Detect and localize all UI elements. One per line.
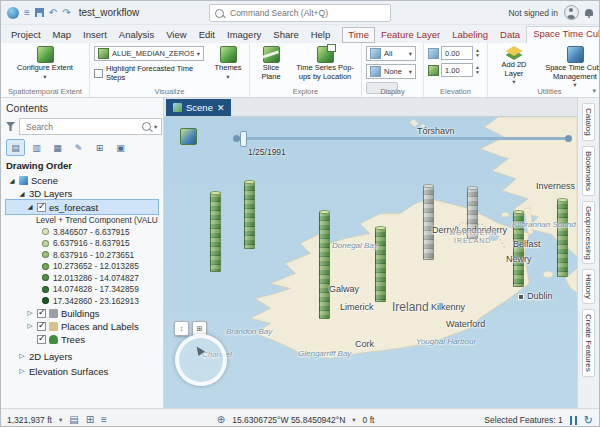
contents-search-input[interactable]: [24, 121, 139, 133]
configure-extent-button[interactable]: Configure Extent ▾: [15, 46, 75, 80]
tree-item-places-and-labels[interactable]: ▷ Places and Labels: [6, 320, 158, 333]
legend-item[interactable]: 10.273652 - 12.013285: [6, 261, 158, 273]
spacetime-column[interactable]: [375, 227, 386, 302]
legend-item[interactable]: 8.637916 - 10.273651: [6, 249, 158, 261]
tab-edit[interactable]: Edit: [193, 27, 221, 43]
tree-item-3d-layers[interactable]: ◢ 3D Layers: [6, 187, 158, 200]
stepper-icon[interactable]: ▲▼: [475, 48, 480, 58]
list-by-source-icon[interactable]: ▥: [27, 139, 46, 156]
panel-tab-catalog[interactable]: Catalog: [582, 103, 595, 141]
tab-view[interactable]: View: [160, 27, 192, 43]
time-slider-track[interactable]: [236, 137, 569, 140]
scene-view[interactable]: TórshavnInvernessDerry/LondonderryKilbra…: [164, 117, 577, 408]
tab-space-time-cube[interactable]: Space Time Cube: [526, 26, 600, 43]
expander-icon[interactable]: ◢: [18, 190, 26, 198]
tab-time[interactable]: Time: [342, 27, 375, 43]
expander-icon[interactable]: ▷: [26, 309, 34, 317]
map-scale-value[interactable]: 1,321,937 ft: [7, 415, 52, 425]
spacetime-column[interactable]: [557, 199, 568, 277]
tree-item-2d-layers[interactable]: ▷ 2D Layers: [6, 350, 158, 363]
slice-plane-button[interactable]: Slice Plane: [254, 46, 288, 81]
undo-icon[interactable]: ↶: [49, 8, 57, 18]
expander-icon[interactable]: ▷: [26, 322, 34, 330]
expander-icon[interactable]: ◢: [26, 203, 34, 211]
tree-item-buildings[interactable]: ▷ Buildings: [6, 307, 158, 320]
close-icon[interactable]: ✕: [217, 103, 225, 113]
legend-item[interactable]: 3.846507 - 6.637915: [6, 226, 158, 238]
list-by-selection-icon[interactable]: ▦: [48, 139, 67, 156]
panel-tab-geoprocessing[interactable]: Geoprocessing: [582, 201, 595, 265]
layers-status-icon[interactable]: ▤: [69, 415, 78, 425]
elevation-exaggeration-input[interactable]: 1.00: [441, 63, 473, 77]
spacetime-column[interactable]: [513, 211, 524, 287]
tree-item-scene[interactable]: ◢ Scene: [6, 174, 158, 187]
trees-checkbox[interactable]: [37, 335, 46, 344]
display-none-dropdown[interactable]: None ▾: [366, 64, 416, 79]
tab-labeling[interactable]: Labeling: [446, 27, 494, 43]
navigator-compass[interactable]: [175, 334, 227, 386]
panel-tab-bookmarks[interactable]: Bookmarks: [582, 146, 595, 196]
tree-item-es-forecast[interactable]: ◢ es_forecast: [6, 200, 158, 214]
command-search[interactable]: [209, 4, 391, 22]
save-icon[interactable]: [35, 8, 44, 17]
refresh-icon[interactable]: ↻: [584, 415, 593, 426]
highlight-forecast-checkbox[interactable]: [94, 69, 103, 78]
notifications-icon[interactable]: [585, 9, 593, 16]
time-slider-handle[interactable]: [240, 131, 247, 147]
menu-icon[interactable]: ≡: [24, 8, 30, 18]
legend-item[interactable]: 12.013286 - 14.074827: [6, 272, 158, 284]
highlight-forecast-checkbox-row[interactable]: Highlight Forecasted Time Steps: [94, 64, 204, 82]
selected-features-count[interactable]: Selected Features: 1: [484, 415, 562, 425]
tab-share[interactable]: Share: [267, 27, 304, 43]
spacetime-column[interactable]: [423, 185, 434, 260]
spacetime-column[interactable]: [319, 211, 330, 319]
tab-project[interactable]: Project: [5, 27, 47, 43]
legend-item[interactable]: 6.637916 - 8.637915: [6, 238, 158, 250]
legend-item[interactable]: 17.342860 - 23.162913: [6, 295, 158, 307]
elevation-offset-input[interactable]: 0.00: [441, 46, 473, 60]
tab-help[interactable]: Help: [305, 27, 337, 43]
stepper-icon[interactable]: ▲▼: [475, 65, 480, 75]
tab-feature-layer[interactable]: Feature Layer: [375, 27, 446, 43]
chevron-down-icon[interactable]: ▾: [59, 416, 62, 424]
contents-search[interactable]: ▾: [19, 118, 162, 135]
tab-map[interactable]: Map: [47, 27, 77, 43]
grid-status-icon[interactable]: ⊞: [86, 415, 94, 425]
variable-dropdown[interactable]: ALUE_MEDIAN_ZEROS ▾: [94, 46, 204, 61]
pan-control-icon[interactable]: ↕: [174, 321, 189, 336]
spacetime-column[interactable]: [467, 187, 478, 239]
list-by-snapping-icon[interactable]: ⊞: [90, 139, 109, 156]
es-forecast-checkbox[interactable]: [37, 203, 46, 212]
tree-item-trees[interactable]: Trees: [6, 333, 158, 346]
filter-icon[interactable]: [6, 122, 15, 131]
panel-tab-history[interactable]: History: [582, 269, 595, 304]
tab-data[interactable]: Data: [494, 27, 526, 43]
time-slider-cube-icon[interactable]: [180, 128, 197, 145]
add-2d-layer-button[interactable]: Add 2D Layer ▾: [492, 46, 536, 86]
legend-item[interactable]: 14.074828 - 17.342859: [6, 284, 158, 296]
buildings-checkbox[interactable]: [37, 309, 46, 318]
display-all-dropdown[interactable]: All ▾: [366, 46, 416, 61]
tab-scene[interactable]: Scene ✕: [166, 99, 231, 116]
time-series-popups-button[interactable]: Time Series Pop-ups by Location: [292, 46, 358, 81]
command-search-input[interactable]: [228, 7, 385, 19]
list-status-icon[interactable]: ≡: [101, 415, 107, 425]
expander-icon[interactable]: ▷: [18, 352, 26, 360]
chevron-down-icon[interactable]: ▾: [352, 416, 355, 424]
themes-button[interactable]: Themes ▾: [208, 46, 248, 80]
ribbon-collapse-icon[interactable]: ▾: [592, 87, 596, 95]
tab-analysis[interactable]: Analysis: [113, 27, 160, 43]
pause-drawing-icon[interactable]: [570, 416, 577, 425]
signin-status[interactable]: Not signed in: [508, 8, 558, 18]
tab-insert[interactable]: Insert: [77, 27, 113, 43]
spacetime-column[interactable]: [244, 181, 255, 249]
cube-management-button[interactable]: Space Time Cube Management ▾: [540, 46, 599, 89]
expander-icon[interactable]: ◢: [8, 177, 16, 185]
places-checkbox[interactable]: [37, 322, 46, 331]
tab-imagery[interactable]: Imagery: [221, 27, 267, 43]
list-by-editing-icon[interactable]: ✎: [69, 139, 88, 156]
spacetime-column[interactable]: [210, 192, 221, 272]
list-by-drawing-order-icon[interactable]: ▤: [6, 139, 25, 156]
expander-icon[interactable]: ▷: [18, 367, 26, 375]
list-options-icon[interactable]: ▣: [111, 139, 130, 156]
